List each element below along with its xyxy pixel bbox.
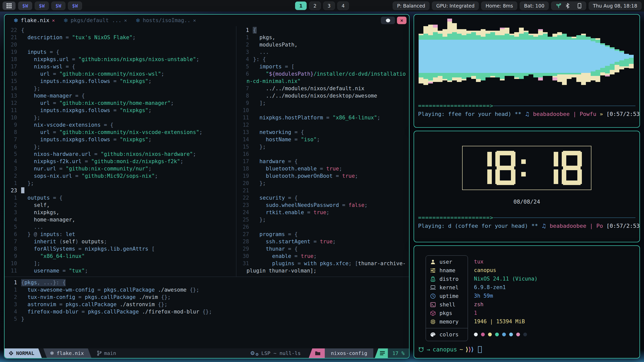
workspace-tag-3[interactable]: 3 — [323, 2, 335, 10]
gear-icon: ⚙ — [250, 350, 255, 356]
code-token: = — [310, 239, 320, 245]
phone-icon[interactable] — [578, 3, 581, 9]
viz-bar — [552, 73, 557, 76]
viz-bar — [457, 34, 462, 40]
code-token: = — [56, 301, 66, 307]
code-token: @ — [34, 231, 40, 237]
line-number: 1 — [5, 286, 21, 294]
pane-flake-nix[interactable]: 22{21 description = "tux's NixOS Flake";… — [5, 26, 236, 277]
tab-flake-nix[interactable]: ❄flake.nix× — [14, 17, 55, 24]
viz-bar — [514, 32, 519, 37]
code-token: ; — [85, 268, 88, 274]
code-row: 18 bluetooth.enable = true; — [236, 165, 409, 172]
code-token: ; — [348, 260, 355, 266]
workspace-tag-1[interactable]: 1 — [295, 2, 307, 10]
viz-bar — [524, 40, 529, 73]
line-number: 7 — [5, 238, 21, 245]
code-token — [21, 246, 34, 252]
code-token: security — [259, 195, 285, 201]
viz-bar — [615, 49, 619, 51]
viz-bar — [481, 73, 486, 80]
code-line: modulesPath, — [253, 41, 298, 49]
line-number — [236, 267, 247, 275]
fetch-label: pkgs — [439, 310, 452, 316]
viz-bar — [500, 35, 505, 40]
taskbar-app-wezterm[interactable]: $W — [35, 2, 49, 10]
code-row: 8 forAllSystems = nixpkgs.lib.genAttrs [ — [5, 245, 236, 253]
taskbar-app-wezterm[interactable]: $W — [51, 2, 65, 10]
code-line: outputs = { — [21, 194, 62, 202]
code-line: n-cd-minimal.nix" — [247, 78, 301, 85]
viz-bar — [452, 77, 457, 80]
line-number: 1 — [5, 180, 21, 187]
viz-bar — [486, 73, 490, 77]
viz-bar — [490, 40, 495, 73]
workspace-tag-4[interactable]: 4 — [337, 2, 349, 10]
code-token: = — [317, 166, 326, 172]
viz-bar — [419, 77, 423, 83]
code-token — [21, 151, 34, 157]
viz-bar — [505, 40, 509, 73]
app-launcher-button[interactable] — [3, 2, 16, 10]
viz-bar — [476, 31, 481, 35]
viz-bar — [595, 40, 600, 43]
code-token — [21, 137, 40, 143]
code-token — [21, 166, 34, 172]
code-token: self, — [21, 202, 50, 208]
code-line: security = { — [253, 194, 298, 202]
fetch-label: memory — [439, 319, 459, 325]
code-line: description = "tux's NixOS Flake"; — [21, 34, 136, 41]
viz-bar — [476, 35, 481, 40]
tab-close-icon[interactable]: × — [193, 17, 196, 23]
fetch-label-row: uptime — [430, 292, 464, 300]
viz-bar — [591, 71, 595, 76]
taskbar-app-wezterm[interactable]: $W — [18, 2, 32, 10]
code-token: ; — [148, 137, 152, 143]
code-token: tux-awesome-wm-config — [27, 287, 94, 293]
tabs: ❄flake.nix×❄pkgs/default ...×❄hosts/isoI… — [14, 17, 196, 24]
viz-bar — [486, 34, 490, 40]
code-token — [21, 56, 34, 62]
tab-pkgs-default-[interactable]: ❄pkgs/default ...× — [63, 17, 127, 24]
tab-hosts-isoimag-[interactable]: ❄hosts/isoImag..× — [136, 17, 196, 24]
shell-prompt[interactable]: → canopus ~ ⟩⟩⟩ — [418, 346, 635, 354]
window-toggle-button[interactable] — [381, 17, 395, 24]
viz-bar — [438, 31, 442, 34]
tab-close-icon[interactable]: × — [124, 17, 127, 23]
code-token: {}; — [161, 294, 171, 300]
line-number: 20 — [5, 41, 21, 49]
plant-icon[interactable] — [556, 3, 561, 9]
viz-bar — [490, 76, 495, 77]
workspace-tag-2[interactable]: 2 — [309, 2, 321, 10]
viz-bar — [629, 64, 634, 68]
code-token: ssh.startAgent — [266, 239, 310, 245]
code-token: ; — [196, 56, 199, 62]
color-dot — [516, 333, 520, 336]
viz-bar — [610, 64, 615, 70]
code-line: inputs.nixpkgs.follows = "nixpkgs"; — [21, 136, 151, 143]
viz-bar — [610, 70, 615, 74]
bluetooth-icon[interactable] — [566, 3, 570, 9]
clock-segment — [497, 166, 514, 170]
code-token: bluetooth.powerOnBoot — [266, 173, 333, 179]
viz-bar — [619, 66, 624, 69]
taskbar-app-wezterm[interactable]: $W — [68, 2, 82, 10]
pane-pkgs-default[interactable]: 1{pkgs, ...}: {1 tux-awesome-wm-config =… — [5, 277, 409, 348]
code-line: inputs.nixpkgs.follows = "nixpkgs"; — [21, 107, 151, 114]
line-number: 22 — [5, 27, 21, 34]
code-token: bluetooth.enable — [266, 166, 317, 172]
code-token: {}; — [203, 309, 212, 315]
window-close-button[interactable]: × — [397, 17, 407, 24]
line-number: 4 — [5, 158, 21, 165]
mode-label: NORMAL — [16, 350, 34, 356]
tab-close-icon[interactable]: × — [52, 17, 55, 23]
viz-bar — [509, 34, 514, 35]
status-pill: GPU: Integrated — [432, 2, 479, 10]
viz-bar — [462, 29, 466, 35]
pane-iso-image[interactable]: 1{1 pkgs,2 modulesPath,3 ...4}: {5 impor… — [236, 26, 409, 277]
playing-arrow: » — [600, 111, 607, 117]
line-number: 19 — [5, 49, 21, 56]
line-number: 16 — [5, 70, 21, 78]
code-token: with — [304, 260, 317, 266]
code-line: bluetooth.powerOnBoot = true; — [253, 172, 358, 180]
